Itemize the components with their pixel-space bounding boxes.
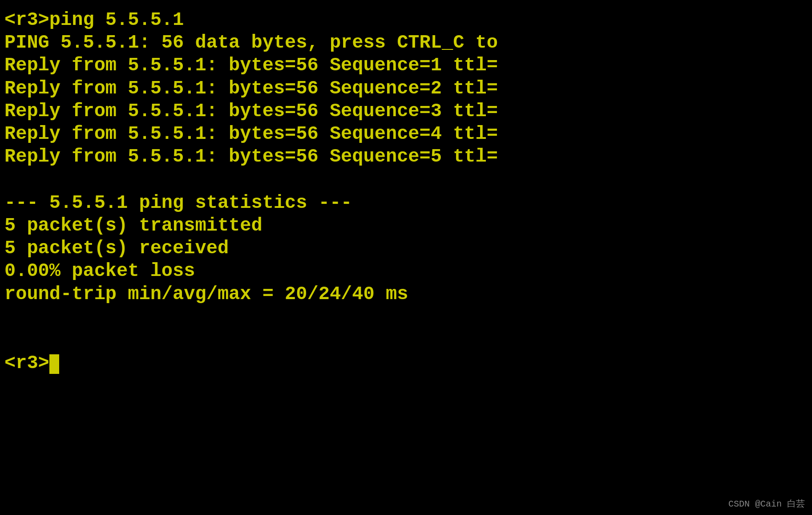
reply-line-4: Reply from 5.5.5.1: bytes=56 Sequence=4 …: [4, 123, 808, 146]
empty-line-2: [4, 306, 808, 329]
reply-line-3: Reply from 5.5.5.1: bytes=56 Sequence=3 …: [4, 100, 808, 123]
terminal-window: <r3>ping 5.5.5.1 PING 5.5.5.1: 56 data b…: [0, 0, 812, 515]
prompt-text: <r3>: [4, 353, 49, 374]
stats-round-trip: round-trip min/avg/max = 20/24/40 ms: [4, 283, 808, 306]
command-line: <r3>ping 5.5.5.1: [4, 9, 808, 32]
stats-packet-loss: 0.00% packet loss: [4, 260, 808, 283]
prompt-line[interactable]: <r3>: [4, 352, 808, 375]
reply-line-5: Reply from 5.5.5.1: bytes=56 Sequence=5 …: [4, 146, 808, 168]
reply-line-1: Reply from 5.5.5.1: bytes=56 Sequence=1 …: [4, 54, 808, 77]
watermark: CSDN @Cain 白芸: [728, 498, 805, 510]
reply-line-2: Reply from 5.5.5.1: bytes=56 Sequence=2 …: [4, 77, 808, 100]
stats-header-line: --- 5.5.5.1 ping statistics ---: [4, 192, 808, 215]
ping-header-line: PING 5.5.5.1: 56 data bytes, press CTRL_…: [4, 32, 808, 54]
stats-transmitted: 5 packet(s) transmitted: [4, 215, 808, 237]
stats-received: 5 packet(s) received: [4, 237, 808, 260]
empty-line-1: [4, 169, 808, 192]
cursor: [49, 354, 59, 374]
empty-line-3: [4, 329, 808, 352]
